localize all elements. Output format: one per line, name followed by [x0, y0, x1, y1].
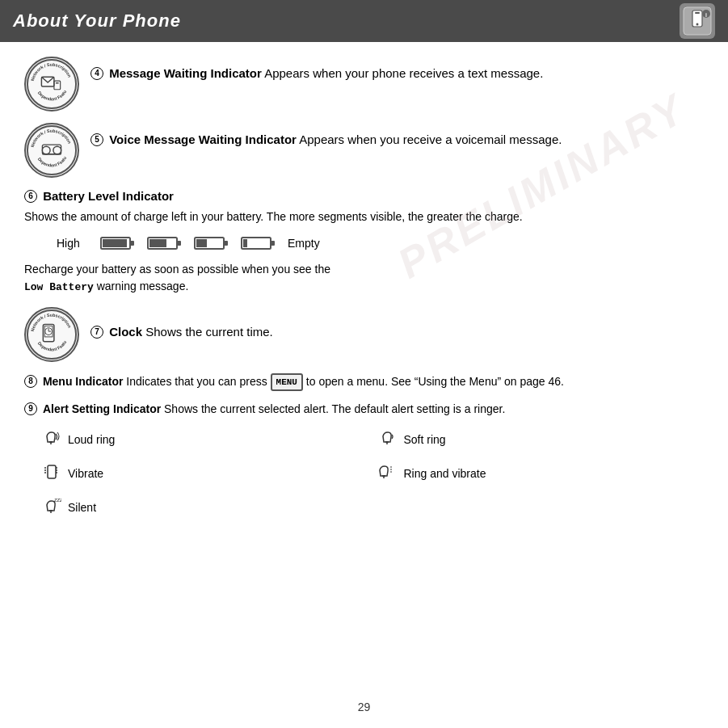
indicator-num-7: 7: [90, 326, 103, 339]
message-waiting-text: 4 Message Waiting Indicator Appears when…: [90, 57, 696, 83]
battery-half-icon: [194, 235, 229, 251]
alert-silent: zzz Silent: [40, 494, 360, 521]
ring-vibrate-label: Ring and vibrate: [404, 465, 486, 482]
main-content: Network / Subscription Dependent Feature…: [0, 42, 728, 547]
clock-text: 7 Clock Shows the current time.: [90, 307, 696, 342]
alert-setting-title: Alert Setting Indicator: [43, 402, 161, 415]
clock-body: Shows the current time.: [145, 325, 273, 339]
menu-indicator-text2: to open a menu. See “Using the Menu” on …: [306, 375, 564, 388]
alert-ring-vibrate: Ring and vibrate: [377, 460, 696, 487]
indicator-num-4: 4: [90, 67, 103, 80]
svg-rect-26: [196, 239, 207, 247]
network-subscription-badge-2: Network / Subscription Dependent Feature: [24, 123, 79, 178]
voice-message-title: Voice Message Waiting Indicator: [109, 133, 297, 146]
silent-label: Silent: [68, 499, 96, 516]
message-waiting-body: Appears when your phone receives a text …: [264, 66, 543, 80]
menu-indicator-title: Menu Indicator: [43, 375, 124, 388]
indicator-num-5: 5: [90, 133, 103, 146]
svg-rect-21: [130, 241, 134, 246]
battery-full-icon: [100, 235, 136, 251]
network-subscription-badge-3: Network / Subscription Dependent Feature: [24, 307, 79, 362]
svg-rect-29: [243, 239, 247, 247]
battery-body: Shows the amount of charge left in your …: [24, 208, 696, 225]
loud-ring-label: Loud ring: [68, 431, 115, 448]
battery-indicators-row: High: [57, 235, 696, 251]
svg-rect-24: [177, 241, 181, 246]
menu-key: MENU: [271, 373, 303, 392]
recharge-section: Recharge your battery as soon as possibl…: [24, 261, 696, 296]
loud-ring-icon: [40, 426, 61, 453]
svg-rect-11: [56, 82, 59, 83]
indicator-num-6: 6: [24, 190, 37, 203]
voice-message-text: 5 Voice Message Waiting Indicator Appear…: [90, 123, 696, 149]
battery-3quarter-icon: [147, 235, 183, 251]
recharge-text-1: Recharge your battery as soon as possibl…: [24, 263, 330, 276]
alert-loud-ring: Loud ring: [40, 426, 360, 453]
indicator-num-9: 9: [24, 402, 37, 415]
svg-rect-43: [48, 465, 56, 478]
svg-rect-30: [271, 241, 275, 246]
network-subscription-badge-1: Network / Subscription Dependent Feature: [24, 57, 79, 112]
vibrate-icon: [40, 460, 61, 487]
alert-icons-grid: Loud ring Soft ring: [40, 426, 696, 521]
alert-setting-body: Shows the current selected alert. The de…: [164, 402, 505, 415]
message-waiting-title: Message Waiting Indicator: [109, 66, 262, 80]
page-title: About Your Phone: [13, 11, 181, 32]
svg-rect-23: [149, 239, 166, 247]
voice-message-body: Appears when you receive a voicemail mes…: [299, 133, 562, 146]
clock-section: Network / Subscription Dependent Feature…: [24, 307, 696, 362]
menu-indicator-text1: Indicates that you can press: [126, 375, 270, 388]
battery-empty-label: Empty: [288, 237, 320, 250]
battery-section: 6 Battery Level Indicator Shows the amou…: [24, 189, 696, 251]
clock-title: Clock: [109, 325, 142, 339]
low-battery-code: Low Battery: [24, 281, 94, 293]
page-number: 29: [0, 701, 728, 713]
alert-setting-section: 9 Alert Setting Indicator Shows the curr…: [24, 401, 696, 521]
menu-indicator-section: 8 Menu Indicator Indicates that you can …: [24, 373, 696, 392]
soft-ring-label: Soft ring: [404, 431, 446, 448]
svg-text:zzz: zzz: [53, 497, 61, 503]
svg-rect-27: [224, 241, 228, 246]
vibrate-label: Vibrate: [68, 465, 103, 482]
svg-point-3: [696, 23, 699, 26]
voice-message-section: Network / Subscription Dependent Feature…: [24, 123, 696, 178]
recharge-text-2: warning message.: [97, 280, 189, 292]
battery-title: 6 Battery Level Indicator: [24, 189, 696, 204]
alert-setting-title-row: 9 Alert Setting Indicator Shows the curr…: [24, 401, 696, 418]
battery-low-icon: [241, 235, 276, 251]
svg-rect-2: [695, 12, 700, 14]
message-waiting-section: Network / Subscription Dependent Feature…: [24, 57, 696, 112]
soft-ring-icon: [377, 426, 398, 453]
svg-text:i: i: [705, 12, 707, 18]
silent-icon: zzz: [40, 494, 61, 521]
svg-rect-20: [103, 239, 127, 247]
alert-soft-ring: Soft ring: [377, 426, 696, 453]
indicator-num-8: 8: [24, 375, 37, 388]
alert-vibrate: Vibrate: [40, 460, 360, 487]
page-header: About Your Phone i: [0, 0, 728, 42]
battery-high-label: High: [57, 237, 89, 250]
info-icon: i: [680, 3, 715, 39]
ring-vibrate-icon: [377, 460, 398, 487]
